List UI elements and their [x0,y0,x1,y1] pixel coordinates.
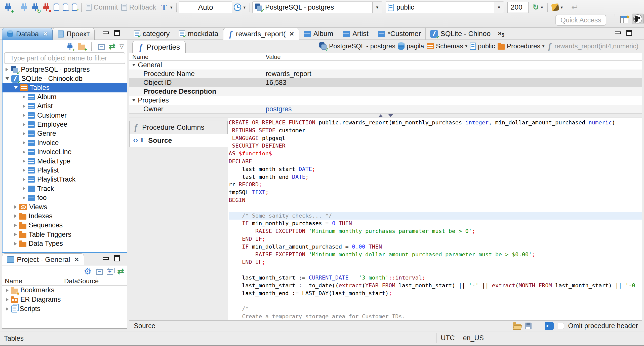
link-with-editor-icon[interactable]: ⇄ [109,42,115,50]
breadcrumb-procedures[interactable]: Procedures▾ [498,42,545,50]
tree-item-tables[interactable]: Tables [3,83,127,92]
source-code-viewer[interactable]: CREATE OR REPLACE FUNCTION public.reward… [228,118,642,320]
expand-arrow-icon[interactable] [23,132,25,135]
dropdown-arrow-icon[interactable]: ▾ [542,44,545,49]
dropdown-arrow-icon[interactable]: ▾ [541,5,543,10]
editor-tab-rewards-report[interactable]: frewards_report(✕ [223,28,299,40]
minimize-panel-icon[interactable] [103,31,109,34]
editor-tab-sqlite-chinoo[interactable]: ✓SQLite - Chinoo [426,28,495,40]
new-sql-editor-button[interactable]: + [72,4,77,11]
expand-arrow-icon[interactable] [14,224,17,227]
expand-arrow-icon[interactable] [14,233,17,236]
new-folder-icon[interactable]: + [78,45,85,50]
tree-item-sqlite-chinook-db[interactable]: ✓SQLite - Chinook.db [3,74,127,83]
tree-item-playlist[interactable]: Playlist [3,166,127,175]
status-timezone[interactable]: UTC [436,333,459,343]
column-header-name[interactable]: Name [129,53,263,60]
collapse-arrow-icon[interactable] [6,77,9,80]
tree-item-track[interactable]: Track [3,184,127,193]
expand-arrow-icon[interactable] [23,196,25,200]
disconnect-button[interactable]: ✕ [43,3,50,12]
close-icon[interactable]: ✕ [74,256,79,263]
close-icon[interactable]: ✕ [289,30,294,38]
undo-button[interactable]: ↩ [571,4,578,11]
breadcrumb-schemas[interactable]: Schemas▾ [427,42,467,50]
property-row-owner[interactable]: Ownerpostgres [129,105,642,114]
property-value-link[interactable]: postgres [266,105,292,113]
expand-arrow-icon[interactable] [6,68,8,71]
close-icon[interactable]: ✕ [43,30,48,38]
maximize-panel-icon[interactable] [114,30,120,36]
dropdown-arrow-icon[interactable]: ▾ [243,5,246,10]
expand-arrow-icon[interactable] [6,307,9,311]
compare-highlight-button[interactable]: ▾ [552,4,563,11]
open-sql-script-button[interactable]: → [63,4,68,11]
property-row-object-id[interactable]: Object ID16,583 [129,78,642,87]
tab-database-navigator[interactable]: Databa ✕ [2,28,53,40]
tree-item-data-types[interactable]: Data Types [3,239,127,248]
refresh-button[interactable]: ↻ ▾ [533,4,543,11]
property-row-procedure-description[interactable]: Procedure Description [129,87,642,96]
property-row-general[interactable]: General [129,61,642,70]
load-source-icon[interactable] [513,324,521,330]
reconnect-button[interactable]: ↻ [31,3,39,12]
collapse-down-icon[interactable] [388,114,393,117]
expand-arrow-icon[interactable] [6,298,9,301]
column-header-value[interactable]: Value [263,53,618,60]
open-console-icon[interactable] [545,322,554,330]
editor-tab-customer[interactable]: *Customer [373,28,426,40]
tree-item-album[interactable]: Album [3,92,127,101]
tree-item-genre[interactable]: Genre [3,129,127,138]
tree-item-invoice[interactable]: Invoice [3,138,127,147]
tree-item-indexes[interactable]: Indexes [3,212,127,221]
active-schema-combo[interactable]: public ▾ [386,2,504,13]
expand-arrow-icon[interactable] [23,150,25,154]
expand-arrow-icon[interactable] [23,178,25,181]
fetch-size-input[interactable]: 200 [507,2,529,13]
collapse-all-icon[interactable] [98,44,105,50]
expand-all-icon[interactable] [107,269,113,275]
dropdown-arrow-icon[interactable]: ▾ [561,5,563,10]
tab-overflow-indicator[interactable]: »5 [495,29,507,38]
minimize-panel-icon[interactable] [103,257,109,260]
column-header-datasource[interactable]: DataSource [62,277,97,285]
previous-transactions-button[interactable]: ▾ [234,4,246,11]
breadcrumb-pagila[interactable]: pagila [398,42,424,50]
tab-projects[interactable]: Проект [53,28,94,40]
dropdown-arrow-icon[interactable]: ▾ [465,44,467,49]
expand-arrow-icon[interactable] [23,168,25,172]
expand-up-icon[interactable] [378,114,383,117]
tree-item-mediatype[interactable]: MediaType [3,157,127,166]
view-menu-icon[interactable]: ▽ [119,43,124,50]
tree-item-foo[interactable]: foo [3,193,127,202]
project-item-scripts[interactable]: Scripts [2,304,127,314]
property-row-properties[interactable]: Properties [129,96,642,105]
collapse-arrow-icon[interactable] [14,86,18,89]
schema-combo-arrow[interactable]: ▾ [494,2,504,13]
save-source-icon[interactable] [525,323,532,329]
minimize-editor-icon[interactable] [615,31,621,34]
column-header-name[interactable]: Name [2,277,62,285]
gear-icon[interactable]: ⚙ [83,267,92,275]
expand-arrow-icon[interactable] [23,123,25,126]
tree-item-sequences[interactable]: Sequences [3,221,127,230]
maximize-panel-icon[interactable] [114,255,120,261]
active-connection-combo[interactable]: ✓ PostgreSQL - postgres ▾ [252,2,382,13]
tree-item-employee[interactable]: Employee [3,120,127,129]
detail-tab-source[interactable]: Source [129,134,228,147]
tree-item-views[interactable]: Views [3,202,127,212]
expand-arrow-icon[interactable] [23,114,25,117]
expand-arrow-icon[interactable] [23,159,25,163]
tab-properties[interactable]: f Properties [132,41,186,53]
navigator-filter-input[interactable]: Type part of object name to filter [4,52,125,64]
tab-project-general[interactable]: Project - General ✕ [2,253,84,265]
tree-item-customer[interactable]: Customer [3,111,127,120]
expand-arrow-icon[interactable] [23,95,25,99]
editor-tab-category[interactable]: ✓category [129,28,174,40]
editor-tab-album[interactable]: Album [299,28,338,40]
expand-arrow-icon[interactable] [23,187,25,190]
breadcrumb-postgresql-postgres[interactable]: ✓PostgreSQL - postgres [319,42,395,50]
breadcrumb-public[interactable]: public [470,42,495,50]
expand-arrow-icon[interactable] [23,105,25,108]
tree-item-postgresql-postgres[interactable]: ✓PostgreSQL - postgres [3,65,127,74]
